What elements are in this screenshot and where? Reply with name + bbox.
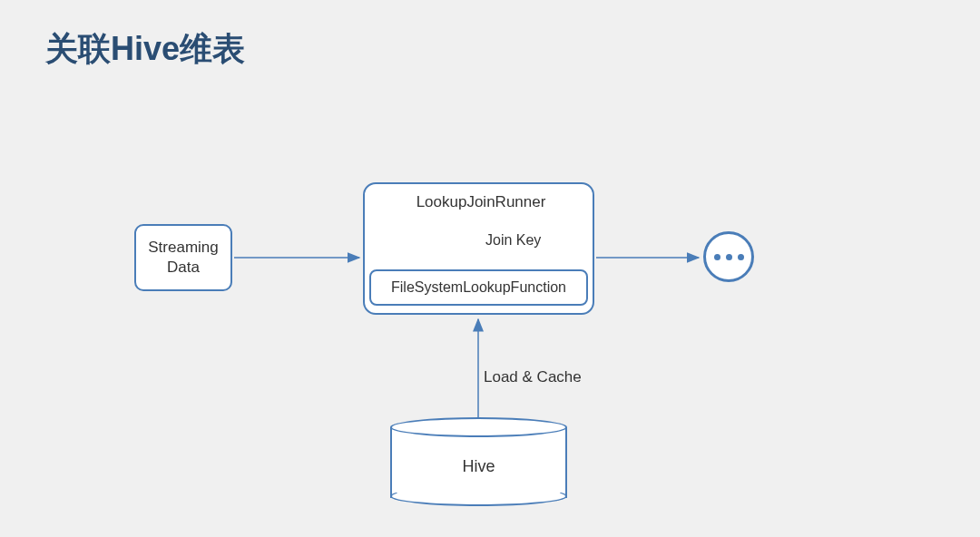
node-hive-cylinder: Hive — [390, 417, 567, 506]
node-streaming-data: Streaming Data — [134, 224, 232, 291]
dot-icon — [738, 254, 744, 260]
dot-icon — [714, 254, 720, 260]
hive-label: Hive — [390, 457, 567, 476]
streaming-label: Streaming Data — [148, 238, 218, 278]
node-lookup-function: FileSystemLookupFunction — [369, 269, 588, 306]
label-load-cache: Load & Cache — [484, 368, 582, 386]
dot-icon — [726, 254, 732, 260]
runner-label: LookupJoinRunner — [404, 193, 558, 211]
cylinder-top — [390, 417, 567, 437]
lookup-fn-label: FileSystemLookupFunction — [391, 279, 566, 296]
slide-title: 关联Hive维表 — [45, 27, 245, 72]
label-join-key: Join Key — [485, 232, 541, 249]
node-ellipsis — [703, 231, 754, 282]
cylinder-bottom — [390, 486, 567, 506]
